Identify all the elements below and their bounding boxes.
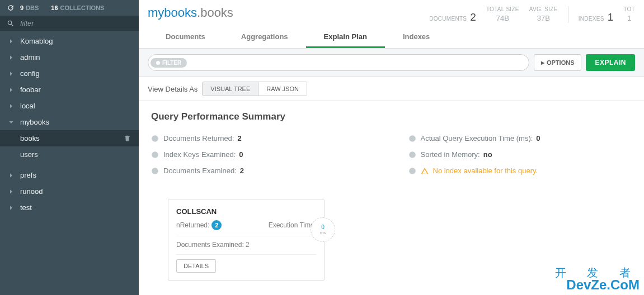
explain-button[interactable]: EXPLAIN [586, 54, 635, 71]
refresh-icon[interactable] [7, 4, 15, 12]
chevron-right-icon [8, 54, 15, 61]
tab-documents[interactable]: Documents [148, 27, 223, 48]
db-item-prefs[interactable]: prefs [0, 167, 139, 183]
tab-indexes[interactable]: Indexes [385, 27, 448, 48]
ns-db: mybooks [148, 6, 197, 20]
sidebar-header: 9 DBS 16 COLLECTIONS [0, 0, 139, 16]
qps-title: Query Performance Summary [151, 111, 632, 122]
db-label-text: local [20, 102, 35, 110]
db-list: Komablog admin config foobar local myboo… [0, 31, 139, 295]
chevron-right-icon [8, 103, 15, 110]
trash-icon[interactable] [124, 135, 131, 142]
info-icon [151, 167, 159, 175]
stage-card: COLLSCAN nReturned: 2 Execution Time: 0 … [168, 199, 325, 281]
coll-label-text: users [20, 150, 38, 159]
tabs: Documents Aggregations Explain Plan Inde… [139, 27, 644, 49]
clock-unit: ms [320, 230, 326, 235]
info-icon [408, 151, 416, 159]
db-label-text: prefs [20, 171, 36, 179]
svg-point-5 [409, 168, 416, 174]
view-mode-row: View Details As VISUAL TREE RAW JSON [139, 77, 644, 101]
db-item-local[interactable]: local [0, 98, 139, 114]
options-button[interactable]: ▶OPTIONS [534, 54, 582, 71]
divider [176, 236, 316, 236]
stat-separator [568, 6, 568, 23]
info-icon [151, 151, 159, 159]
qps-exec-time: Actual Query Execution Time (ms):0 [408, 130, 632, 146]
watermark: 开 发 者 DevZe.CoM [555, 267, 640, 292]
qps-docs-returned: Documents Returned:2 [151, 130, 375, 146]
view-label: View Details As [148, 85, 198, 93]
svg-point-2 [152, 168, 158, 174]
chevron-right-icon [8, 188, 15, 195]
coll-label: COLLECTIONS [60, 4, 105, 11]
qps-warning: No index available for this query. [408, 163, 632, 179]
stage-exectime-label: Execution Time: [269, 221, 316, 229]
svg-point-4 [409, 151, 416, 158]
svg-point-0 [152, 135, 158, 142]
view-visual-tree[interactable]: VISUAL TREE [203, 82, 258, 96]
chevron-right-icon [8, 70, 15, 77]
query-toolbar: FILTER ▶OPTIONS EXPLAIN [139, 49, 644, 77]
stat-tot-label: TOT [623, 6, 635, 13]
clock-val: 0 [321, 224, 325, 230]
tab-aggregations[interactable]: Aggregations [223, 27, 306, 48]
qps-docs-examined: Documents Examined:2 [151, 163, 375, 179]
filter-field[interactable]: FILTER [148, 54, 529, 71]
stat-indexes-val: 1 [608, 11, 614, 23]
db-item-foobar[interactable]: foobar [0, 82, 139, 98]
sidebar-filter[interactable] [0, 16, 139, 31]
view-raw-json[interactable]: RAW JSON [258, 82, 307, 96]
warning-icon [421, 167, 429, 175]
watermark-line2: DevZe.CoM [555, 278, 640, 292]
view-segmented: VISUAL TREE RAW JSON [202, 82, 307, 96]
info-icon [408, 167, 416, 175]
db-item-runood[interactable]: runood [0, 183, 139, 199]
watermark-line1: 开 发 者 [555, 267, 640, 278]
qps-keys-examined: Index Keys Examined:0 [151, 146, 375, 163]
coll-label-text: books [20, 134, 40, 142]
stat-avgsize-label: AVG. SIZE [529, 6, 558, 13]
chevron-down-icon [8, 119, 15, 126]
triangle-right-icon: ▶ [541, 60, 544, 65]
db-item-test[interactable]: test [0, 199, 139, 216]
coll-item-users[interactable]: users [0, 146, 139, 163]
chevron-right-icon [8, 87, 15, 93]
db-item-config[interactable]: config [0, 65, 139, 82]
namespace-breadcrumb: mybooks.books [148, 6, 233, 20]
db-item-komablog[interactable]: Komablog [0, 33, 139, 49]
chevron-right-icon [8, 172, 15, 179]
svg-point-3 [409, 135, 416, 142]
db-item-admin[interactable]: admin [0, 49, 139, 65]
stat-tot-val: 1 [627, 13, 631, 23]
db-label-text: admin [20, 53, 40, 61]
stat-documents-val: 2 [470, 11, 476, 23]
db-label-text: test [20, 203, 32, 212]
main: mybooks.books DOCUMENTS 2 TOTAL SIZE 74B… [139, 0, 644, 295]
db-label-text: config [20, 69, 40, 78]
exec-clock: 0 ms [311, 217, 335, 242]
stat-documents-label: DOCUMENTS [429, 16, 467, 22]
sidebar: 9 DBS 16 COLLECTIONS Komablog admin conf… [0, 0, 139, 295]
chevron-right-icon [8, 38, 15, 45]
db-item-mybooks[interactable]: mybooks [0, 114, 139, 130]
stat-totalsize-val: 74B [496, 13, 509, 23]
qps-sorted-memory: Sorted in Memory:no [408, 146, 632, 163]
db-count: 9 [20, 4, 23, 11]
explain-content: Query Performance Summary Documents Retu… [139, 101, 644, 295]
info-icon [408, 135, 416, 142]
svg-point-1 [152, 151, 158, 158]
ns-coll: .books [197, 6, 233, 20]
coll-item-books[interactable]: books [0, 130, 139, 146]
filter-input[interactable] [20, 19, 132, 27]
info-icon [151, 135, 159, 142]
details-button[interactable]: DETAILS [176, 259, 216, 273]
stat-totalsize-label: TOTAL SIZE [486, 6, 519, 13]
filter-input-main[interactable] [187, 59, 527, 66]
chevron-right-icon [8, 204, 15, 211]
stat-avgsize-val: 37B [537, 13, 550, 23]
db-label-text: runood [20, 187, 43, 196]
tab-explain-plan[interactable]: Explain Plan [306, 27, 385, 48]
db-label: DBS [26, 4, 39, 11]
stat-indexes-label: INDEXES [579, 16, 604, 22]
